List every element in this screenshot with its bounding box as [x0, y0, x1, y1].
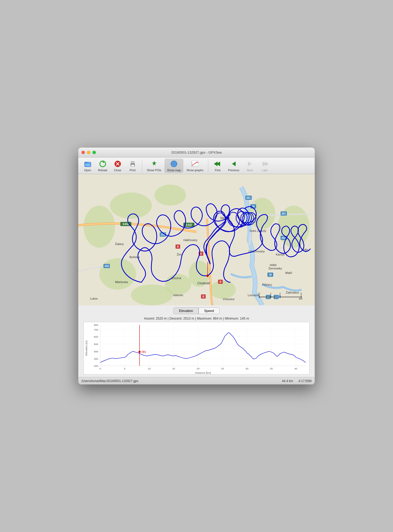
svg-text:Dolní Zálezly: Dolní Zálezly: [250, 229, 266, 232]
statusbar-stats: 44.4 km 4:17:50M: [282, 379, 312, 383]
svg-text:Velemin: Velemin: [173, 294, 183, 297]
svg-rect-9: [131, 161, 134, 164]
svg-text:0: 0: [258, 293, 260, 295]
maximize-button[interactable]: [92, 151, 96, 154]
svg-text:500: 500: [94, 343, 98, 346]
svg-text:10: 10: [148, 367, 151, 370]
print-button[interactable]: Print: [125, 159, 140, 173]
svg-text:258: 258: [105, 265, 109, 268]
svg-text:Elevation [m]: Elevation [m]: [85, 341, 88, 356]
svg-text:20: 20: [196, 367, 199, 370]
show-graphs-button[interactable]: Show graphs: [184, 159, 206, 173]
svg-text:400: 400: [94, 350, 98, 353]
main-window: 20160501-132927.gpx - GPXSee Open: [78, 148, 315, 384]
svg-text:5: 5: [124, 367, 126, 370]
svg-text:35: 35: [270, 367, 273, 370]
svg-text:3: 3: [300, 293, 302, 295]
svg-text:8: 8: [203, 295, 204, 298]
map-svg: E442 E442 258 261 261 261 30 30 8 8 8: [78, 174, 315, 305]
next-button[interactable]: Next: [242, 159, 257, 173]
file-path: /Users/tuma/iMac/20160501-132927.gpx: [81, 379, 282, 383]
svg-text:E442: E442: [186, 223, 192, 226]
svg-text:300: 300: [94, 357, 98, 360]
svg-text:261: 261: [282, 237, 286, 239]
open-icon: [84, 160, 92, 168]
last-button[interactable]: Last: [257, 159, 272, 173]
svg-text:Lovosice: Lovosice: [248, 294, 259, 297]
show-map-label: Show map: [167, 169, 181, 172]
svg-text:30: 30: [246, 367, 249, 370]
svg-point-36: [131, 284, 173, 305]
speed-tab[interactable]: Speed: [199, 307, 220, 314]
svg-text:8: 8: [220, 280, 221, 283]
reload-button[interactable]: Reload: [95, 159, 110, 173]
svg-rect-10: [131, 165, 134, 166]
last-label: Last: [262, 169, 267, 172]
svg-text:700: 700: [94, 328, 98, 331]
svg-text:Velké: Velké: [270, 263, 277, 267]
svg-text:2: 2: [279, 293, 281, 295]
total-distance: 44.4 km: [282, 379, 293, 383]
svg-text:Distance [km]: Distance [km]: [195, 371, 211, 374]
show-map-button[interactable]: Show map: [164, 159, 183, 173]
print-label: Print: [130, 169, 136, 172]
svg-text:Malíč: Malíč: [285, 271, 292, 274]
next-icon: [246, 160, 254, 168]
svg-marker-22: [232, 161, 236, 166]
first-icon: [214, 160, 222, 168]
svg-text:261: 261: [246, 196, 251, 199]
last-icon: [261, 160, 269, 168]
svg-marker-21: [214, 161, 218, 166]
svg-point-29: [154, 185, 186, 206]
svg-text:Žalhostice: Žalhostice: [286, 291, 299, 294]
svg-text:Žim: Žim: [177, 253, 182, 256]
svg-text:km: km: [299, 297, 302, 300]
svg-rect-103: [85, 322, 308, 374]
show-graphs-icon: [191, 160, 199, 168]
svg-text:1: 1: [270, 293, 272, 295]
reload-label: Reload: [98, 169, 107, 172]
svg-text:Pišťany: Pišťany: [262, 283, 272, 286]
first-button[interactable]: First: [210, 159, 225, 173]
svg-text:Milešovka: Milešovka: [115, 280, 128, 284]
previous-icon: [230, 160, 238, 168]
elevation-tab[interactable]: Elevation: [173, 307, 198, 314]
toolbar: Open Reload Close: [78, 158, 315, 174]
close-button[interactable]: [81, 151, 85, 154]
close-file-button[interactable]: Close: [110, 159, 125, 173]
svg-marker-25: [265, 161, 269, 166]
show-pois-icon: [150, 160, 158, 168]
elevation-graph: 200 300 400 500 600 700 800 0 5 10 15 20…: [84, 322, 309, 374]
svg-text:200: 200: [94, 364, 98, 367]
separator-1: [142, 159, 142, 172]
svg-text:Vchynice: Vchynice: [223, 298, 235, 301]
svg-rect-101: [277, 295, 280, 297]
close-label: Close: [114, 169, 121, 172]
svg-text:800: 800: [94, 324, 98, 326]
svg-rect-102: [277, 297, 280, 298]
close-file-icon: [113, 160, 122, 168]
show-map-icon: [170, 160, 178, 168]
svg-rect-92: [271, 295, 271, 298]
svg-text:0: 0: [100, 367, 101, 370]
previous-button[interactable]: Previous: [225, 159, 242, 173]
svg-text:261: 261: [282, 212, 286, 215]
svg-text:Chotiměř: Chotiměř: [197, 281, 210, 285]
minimize-button[interactable]: [87, 151, 90, 154]
reload-icon: [99, 160, 107, 168]
total-duration: 4:17:50M: [298, 379, 312, 383]
open-label: Open: [84, 169, 91, 172]
svg-rect-2: [85, 164, 90, 166]
stats-text: Ascent: 2520 m | Descent: 2513 m | Maxim…: [144, 317, 249, 320]
map-area[interactable]: E442 E442 258 261 261 261 30 30 8 8 8: [78, 174, 315, 305]
svg-text:Habřovany: Habřovany: [183, 238, 198, 242]
show-pois-button[interactable]: Show POIs: [144, 159, 164, 173]
open-button[interactable]: Open: [80, 159, 95, 173]
svg-rect-94: [280, 297, 301, 297]
show-pois-label: Show POIs: [147, 169, 161, 172]
svg-point-138: [138, 351, 141, 353]
svg-text:381: 381: [141, 350, 146, 353]
show-graphs-label: Show graphs: [187, 169, 203, 172]
svg-marker-23: [248, 161, 252, 166]
svg-marker-11: [152, 161, 157, 165]
